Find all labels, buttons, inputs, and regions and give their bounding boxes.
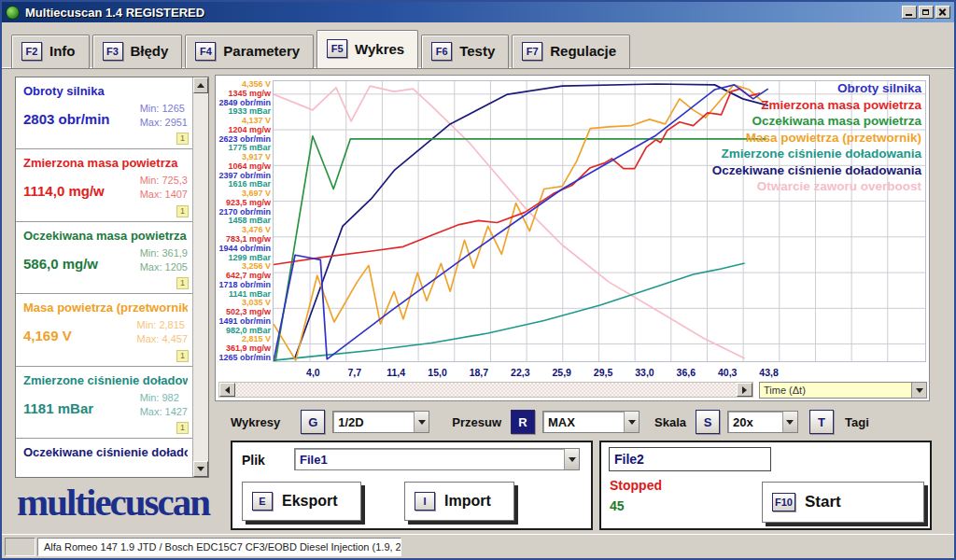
parameter-minmax: Min: 725,3Max: 1407: [140, 174, 188, 202]
legend-item: Oczekiwane ciśnienie doładowania: [712, 162, 921, 179]
tab-key-icon: F6: [431, 42, 452, 61]
tab-regulacje[interactable]: F7Regulacje: [512, 35, 630, 68]
sidebar-scrollbar[interactable]: [192, 77, 208, 477]
skala-select[interactable]: 20x: [727, 411, 798, 433]
parameter-name: Zmierzona masa powietrza: [23, 156, 188, 170]
parameter-row[interactable]: Oczekiwana masa powietrza586,0 mg/wMin: …: [16, 222, 208, 294]
tagi-label: Tagi: [845, 415, 869, 429]
start-button-label: Start: [805, 493, 841, 511]
tab-label: Wykres: [355, 41, 404, 57]
tab-błędy[interactable]: F3Błędy: [92, 35, 183, 68]
file-panel: Plik File1 E Eksport I Import: [231, 441, 593, 530]
export-key-icon: E: [252, 492, 273, 511]
parameter-row[interactable]: Obroty silnika2803 obr/minMin: 1265Max: …: [16, 77, 208, 149]
przesuw-key-button[interactable]: R: [511, 410, 535, 434]
arrow-up-icon: [197, 83, 204, 88]
chart-legend: Obroty silnikaZmierzona masa powietrzaOc…: [712, 80, 921, 195]
tab-key-icon: F2: [21, 42, 42, 61]
chart-horizontal-scrollbar[interactable]: [218, 382, 753, 398]
dropdown-button[interactable]: [911, 383, 926, 398]
skala-select-value: 20x: [728, 415, 782, 429]
dropdown-button[interactable]: [782, 412, 797, 432]
x-axis-tick: 25,9: [552, 367, 570, 378]
dropdown-button[interactable]: [564, 449, 579, 469]
y-axis-label: 2,815 V: [216, 335, 271, 343]
y-axis-labels: 4,356 V1345 mg/w2849 obr/min1933 mBar4,1…: [216, 80, 271, 362]
parameter-badge: 1: [176, 350, 189, 362]
parameter-row[interactable]: Zmierzona masa powietrza1114,0 mg/wMin: …: [16, 149, 208, 221]
x-axis-tick: 36,6: [677, 367, 696, 378]
x-axis-source-value: Time (Δt): [760, 385, 911, 396]
parameter-name: Oczekiwane ciśnienie doładowania: [23, 445, 188, 459]
parameter-row[interactable]: Oczekiwane ciśnienie doładowania: [16, 439, 208, 478]
y-axis-label: 642,7 mg/w: [216, 272, 271, 280]
start-button[interactable]: F10 Start: [762, 482, 924, 523]
parameter-row[interactable]: Masa powietrza (przetwornik)4,169 VMin: …: [16, 294, 208, 366]
series-obroty-silnika: [274, 85, 768, 361]
y-axis-label: 1345 mg/w: [216, 90, 271, 98]
restore-button[interactable]: [919, 6, 934, 19]
y-axis-label: 2849 obr/min: [216, 99, 271, 107]
y-axis-label: 2623 obr/min: [216, 135, 271, 144]
file-select-value: File1: [295, 453, 564, 467]
scroll-left-button[interactable]: [219, 383, 235, 397]
wykresy-select[interactable]: 1/2D: [332, 411, 429, 433]
y-axis-label: 1141 mBar: [216, 290, 271, 299]
session-file-input[interactable]: File2: [609, 447, 771, 471]
scroll-up-button[interactable]: [193, 77, 208, 93]
title-bar: Multiecuscan 1.4 REGISTERED: [2, 2, 954, 22]
series-oczekiwana-masa-powietrza: [275, 136, 766, 361]
y-axis-label: 1775 mBar: [216, 144, 271, 152]
y-axis-label: 4,137 V: [216, 117, 271, 125]
tab-info[interactable]: F2Info: [11, 35, 90, 68]
dropdown-button[interactable]: [414, 412, 429, 432]
y-axis-label: 4,356 V: [216, 80, 271, 89]
y-axis-label: 1944 obr/min: [216, 245, 271, 253]
skala-key-button[interactable]: S: [696, 410, 720, 434]
status-bar: Alfa Romeo 147 1.9 JTD / Bosch EDC15C7 C…: [2, 534, 954, 558]
legend-item: Masa powietrza (przetwornik): [712, 130, 921, 147]
tab-label: Testy: [459, 43, 495, 59]
parameter-list: Obroty silnika2803 obr/minMin: 1265Max: …: [16, 77, 208, 478]
y-axis-label: 1491 obr/min: [216, 317, 271, 326]
tagi-key-button[interactable]: T: [809, 410, 834, 434]
tab-key-icon: F4: [195, 42, 216, 61]
y-axis-label: 783,1 mg/w: [216, 235, 271, 244]
parameter-minmax: Min: 2,815Max: 4,457: [137, 318, 188, 346]
x-axis-tick: 29,5: [594, 367, 612, 378]
x-axis-tick: 33,0: [635, 367, 654, 378]
y-axis-label: 3,256 V: [216, 262, 271, 271]
file-select[interactable]: File1: [294, 448, 580, 470]
y-axis-label: 3,917 V: [216, 153, 271, 161]
close-button[interactable]: [935, 6, 950, 19]
minimize-button[interactable]: [902, 6, 917, 19]
tab-bar: F2InfoF3BłędyF4ParameteryF5WykresF6Testy…: [11, 31, 633, 68]
scroll-down-button[interactable]: [193, 461, 208, 477]
legend-item: Zmierzone ciśnienie doładowania: [712, 146, 921, 162]
y-axis-label: 982,0 mBar: [216, 327, 271, 335]
wykresy-key-button[interactable]: G: [301, 410, 325, 434]
tab-label: Info: [49, 43, 76, 59]
session-panel: File2 Stopped 45 F10 Start: [599, 441, 932, 530]
legend-item: Zmierzona masa powietrza: [712, 97, 921, 114]
y-axis-label: 1718 obr/min: [216, 281, 271, 289]
tab-testy[interactable]: F6Testy: [421, 35, 509, 68]
vehicle-info: Alfa Romeo 147 1.9 JTD / Bosch EDC15C7 C…: [37, 538, 401, 556]
series-otwarcie-zaworu-overboost: [274, 86, 745, 358]
export-button[interactable]: E Eksport: [242, 482, 361, 521]
tab-label: Regulacje: [550, 43, 616, 59]
import-button[interactable]: I Import: [404, 482, 514, 521]
x-axis-tick: 7,7: [347, 367, 361, 378]
przesuw-select[interactable]: MAX: [542, 411, 640, 433]
session-status: Stopped: [610, 478, 662, 493]
x-axis-tick: 15,0: [428, 367, 446, 378]
wykresy-label: Wykresy: [231, 415, 280, 429]
chevron-down-icon: [628, 420, 636, 425]
series-oczekiwane-ciśnienie-doładowania: [294, 84, 767, 359]
scroll-right-button[interactable]: [737, 383, 752, 397]
parameter-row[interactable]: Zmierzone ciśnienie doładowania1181 mBar…: [16, 367, 208, 439]
tab-wykres[interactable]: F5Wykres: [316, 30, 418, 68]
tab-parametery[interactable]: F4Parametery: [185, 35, 314, 68]
dropdown-button[interactable]: [624, 412, 639, 432]
x-axis-source-select[interactable]: Time (Δt): [759, 382, 927, 399]
